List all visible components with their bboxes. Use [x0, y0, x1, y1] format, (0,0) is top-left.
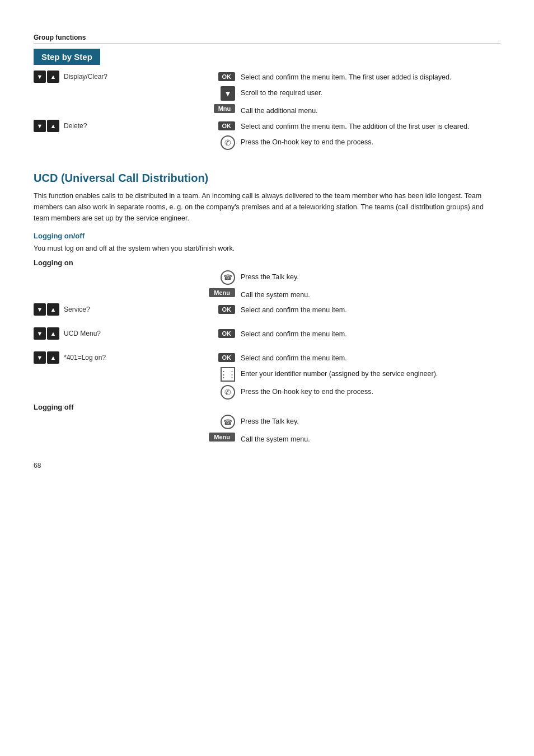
step-row-onhook: ✆ Press the On-hook key to end the proce…: [34, 135, 500, 150]
step-by-step-box: Step by Step: [34, 49, 100, 65]
step-row-display-clear: ▼ ▲ Display/Clear? OK Select and confirm…: [34, 71, 500, 83]
logging-onoff-text: You must log on and off at the system wh…: [34, 243, 500, 254]
menu-desc: Call the system menu.: [241, 288, 500, 300]
onhook2-desc: Press the On-hook key to end the process…: [241, 385, 500, 397]
onhook-desc: Press the On-hook key to end the process…: [241, 135, 500, 148]
logon-desc: Select and confirm the menu item.: [241, 351, 500, 364]
arrow-up-btn-5[interactable]: ▲: [47, 351, 59, 364]
ucdmenu-desc: Select and confirm the menu item.: [241, 327, 500, 340]
logoff-row-talk-key: ☎ Press the Talk key.: [34, 415, 500, 429]
keypad-icon: ⋮⋮: [221, 367, 235, 382]
scroll-down-icon: ▼: [221, 86, 235, 101]
ok-btn-delete[interactable]: OK: [218, 121, 236, 130]
display-clear-desc: Select and confirm the menu item. The fi…: [241, 71, 500, 83]
service-desc: Select and confirm the menu item.: [241, 303, 500, 316]
ucd-row-keypad: ⋮⋮ Enter your identifier number (assigne…: [34, 367, 500, 382]
arrow-down-btn[interactable]: ▼: [34, 71, 46, 83]
arrow-down-btn-5[interactable]: ▼: [34, 351, 46, 364]
step-row-scroll: ▼ Scroll to the required user.: [34, 86, 500, 101]
ucd-row-talk-key: ☎ Press the Talk key.: [34, 270, 500, 285]
ucd-row-onhook2: ✆ Press the On-hook key to end the proce…: [34, 385, 500, 400]
arrow-up-btn[interactable]: ▲: [47, 71, 59, 83]
menu-btn-2[interactable]: Menu: [209, 433, 235, 442]
keypad-desc: Enter your identifier number (assigned b…: [241, 367, 500, 379]
talk-key-icon: ☎: [221, 270, 235, 285]
logging-on-subtitle: Logging on: [34, 259, 500, 267]
scroll-desc: Scroll to the required user.: [241, 86, 500, 98]
ucd-desc: This function enables calls to be distri…: [34, 190, 500, 224]
service-label: Service?: [64, 306, 214, 313]
ucd-row-ucdmenu: ▼ ▲ UCD Menu? OK Select and confirm the …: [34, 327, 500, 340]
ok-btn-logon[interactable]: OK: [218, 353, 236, 362]
ok-btn-display-clear[interactable]: OK: [218, 72, 236, 81]
arrow-down-btn-3[interactable]: ▼: [34, 303, 46, 316]
talk-key-icon-2: ☎: [221, 415, 235, 429]
ucd-row-logon: ▼ ▲ *401=Log on? OK Select and confirm t…: [34, 351, 500, 364]
menu-btn[interactable]: Menu: [209, 288, 235, 297]
ucd-title: UCD (Universal Call Distribution): [34, 172, 500, 185]
ucdmenu-label: UCD Menu?: [64, 330, 214, 337]
talk-key-desc: Press the Talk key.: [241, 270, 500, 283]
arrow-up-btn-2[interactable]: ▲: [47, 120, 59, 132]
onhook-icon-2: ✆: [221, 385, 235, 400]
ucd-row-menu: Menu Call the system menu.: [34, 288, 500, 300]
mnu-btn[interactable]: Mnu: [214, 104, 235, 113]
logoff-talk-desc: Press the Talk key.: [241, 415, 500, 427]
mnu-desc: Call the additional menu.: [241, 104, 500, 116]
logging-off-subtitle: Logging off: [34, 403, 500, 411]
page-number: 68: [34, 462, 500, 469]
arrow-down-btn-4[interactable]: ▼: [34, 327, 46, 340]
logoff-menu-desc: Call the system menu.: [241, 433, 500, 445]
logging-onoff-subtitle: Logging on/off: [34, 232, 500, 240]
section-label: Group functions: [34, 34, 500, 44]
arrow-up-btn-3[interactable]: ▲: [47, 303, 59, 316]
onhook-icon: ✆: [221, 135, 235, 150]
ok-btn-ucdmenu[interactable]: OK: [218, 329, 236, 338]
logon-label: *401=Log on?: [64, 354, 214, 361]
step-row-delete: ▼ ▲ Delete? OK Select and confirm the me…: [34, 120, 500, 132]
delete-desc: Select and confirm the menu item. The ad…: [241, 120, 500, 132]
display-clear-label: Display/Clear?: [64, 73, 214, 81]
ok-btn-service[interactable]: OK: [218, 305, 236, 314]
logoff-row-menu: Menu Call the system menu.: [34, 433, 500, 445]
step-row-mnu: Mnu Call the additional menu.: [34, 104, 500, 116]
arrow-up-btn-4[interactable]: ▲: [47, 327, 59, 340]
delete-label: Delete?: [64, 122, 214, 130]
arrow-down-btn-2[interactable]: ▼: [34, 120, 46, 132]
ucd-row-service: ▼ ▲ Service? OK Select and confirm the m…: [34, 303, 500, 316]
